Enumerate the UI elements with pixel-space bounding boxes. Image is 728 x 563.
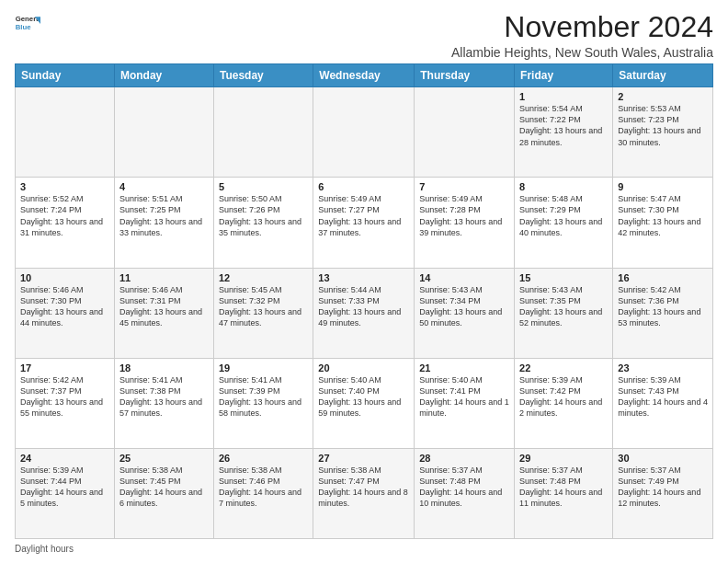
- col-header-friday: Friday: [515, 64, 613, 87]
- day-number: 30: [618, 453, 708, 464]
- day-info: Sunrise: 5:46 AM Sunset: 7:30 PM Dayligh…: [20, 284, 109, 329]
- day-number: 9: [618, 181, 708, 192]
- col-header-tuesday: Tuesday: [213, 64, 313, 87]
- day-info: Sunrise: 5:48 AM Sunset: 7:29 PM Dayligh…: [519, 193, 608, 238]
- day-cell: 19Sunrise: 5:41 AM Sunset: 7:39 PM Dayli…: [213, 358, 313, 448]
- day-info: Sunrise: 5:49 AM Sunset: 7:28 PM Dayligh…: [419, 193, 509, 238]
- day-cell: 29Sunrise: 5:37 AM Sunset: 7:48 PM Dayli…: [515, 448, 613, 538]
- day-number: 20: [318, 362, 409, 373]
- day-cell: [213, 87, 313, 178]
- day-number: 12: [219, 272, 308, 283]
- footer: Daylight hours: [15, 544, 713, 554]
- header-row: SundayMondayTuesdayWednesdayThursdayFrid…: [16, 64, 713, 87]
- day-cell: [16, 87, 115, 178]
- day-cell: 8Sunrise: 5:48 AM Sunset: 7:29 PM Daylig…: [515, 178, 613, 268]
- day-cell: 10Sunrise: 5:46 AM Sunset: 7:30 PM Dayli…: [16, 268, 115, 358]
- day-cell: [415, 87, 515, 178]
- day-cell: 6Sunrise: 5:49 AM Sunset: 7:27 PM Daylig…: [313, 178, 415, 268]
- day-cell: 24Sunrise: 5:39 AM Sunset: 7:44 PM Dayli…: [16, 448, 115, 538]
- page: General Blue November 2024 Allambie Heig…: [0, 0, 728, 563]
- day-cell: 12Sunrise: 5:45 AM Sunset: 7:32 PM Dayli…: [213, 268, 313, 358]
- day-cell: 27Sunrise: 5:38 AM Sunset: 7:47 PM Dayli…: [313, 448, 415, 538]
- day-number: 4: [119, 181, 209, 192]
- day-number: 6: [318, 181, 409, 192]
- day-number: 29: [519, 453, 608, 464]
- day-cell: 15Sunrise: 5:43 AM Sunset: 7:35 PM Dayli…: [515, 268, 613, 358]
- title-block: November 2024 Allambie Heights, New Sout…: [451, 11, 713, 60]
- day-info: Sunrise: 5:50 AM Sunset: 7:26 PM Dayligh…: [219, 193, 308, 238]
- day-cell: 22Sunrise: 5:39 AM Sunset: 7:42 PM Dayli…: [515, 358, 613, 448]
- day-number: 13: [318, 272, 409, 283]
- day-info: Sunrise: 5:40 AM Sunset: 7:41 PM Dayligh…: [419, 374, 509, 419]
- day-info: Sunrise: 5:39 AM Sunset: 7:44 PM Dayligh…: [20, 465, 109, 510]
- day-info: Sunrise: 5:38 AM Sunset: 7:46 PM Dayligh…: [219, 465, 308, 510]
- day-cell: 16Sunrise: 5:42 AM Sunset: 7:36 PM Dayli…: [613, 268, 713, 358]
- day-cell: 14Sunrise: 5:43 AM Sunset: 7:34 PM Dayli…: [415, 268, 515, 358]
- day-cell: 5Sunrise: 5:50 AM Sunset: 7:26 PM Daylig…: [213, 178, 313, 268]
- day-info: Sunrise: 5:41 AM Sunset: 7:39 PM Dayligh…: [219, 374, 308, 419]
- calendar: SundayMondayTuesdayWednesdayThursdayFrid…: [15, 63, 713, 539]
- day-info: Sunrise: 5:43 AM Sunset: 7:34 PM Dayligh…: [419, 284, 509, 329]
- day-cell: 3Sunrise: 5:52 AM Sunset: 7:24 PM Daylig…: [16, 178, 115, 268]
- day-cell: 26Sunrise: 5:38 AM Sunset: 7:46 PM Dayli…: [213, 448, 313, 538]
- svg-text:Blue: Blue: [16, 23, 32, 31]
- day-number: 15: [519, 272, 608, 283]
- day-cell: 28Sunrise: 5:37 AM Sunset: 7:48 PM Dayli…: [415, 448, 515, 538]
- day-number: 18: [119, 362, 209, 373]
- week-row-4: 17Sunrise: 5:42 AM Sunset: 7:37 PM Dayli…: [16, 358, 713, 448]
- day-info: Sunrise: 5:43 AM Sunset: 7:35 PM Dayligh…: [519, 284, 608, 329]
- day-info: Sunrise: 5:41 AM Sunset: 7:38 PM Dayligh…: [119, 374, 209, 419]
- day-cell: [313, 87, 415, 178]
- day-cell: 21Sunrise: 5:40 AM Sunset: 7:41 PM Dayli…: [415, 358, 515, 448]
- day-number: 16: [618, 272, 708, 283]
- day-number: 7: [419, 181, 509, 192]
- header: General Blue November 2024 Allambie Heig…: [15, 11, 713, 60]
- day-number: 8: [519, 181, 608, 192]
- day-number: 23: [618, 362, 708, 373]
- day-number: 27: [318, 453, 409, 464]
- week-row-2: 3Sunrise: 5:52 AM Sunset: 7:24 PM Daylig…: [16, 178, 713, 268]
- day-number: 14: [419, 272, 509, 283]
- col-header-wednesday: Wednesday: [313, 64, 415, 87]
- day-cell: 1Sunrise: 5:54 AM Sunset: 7:22 PM Daylig…: [515, 87, 613, 178]
- week-row-1: 1Sunrise: 5:54 AM Sunset: 7:22 PM Daylig…: [16, 87, 713, 178]
- day-number: 3: [20, 181, 109, 192]
- day-number: 5: [219, 181, 308, 192]
- day-info: Sunrise: 5:39 AM Sunset: 7:42 PM Dayligh…: [519, 374, 608, 419]
- col-header-monday: Monday: [114, 64, 213, 87]
- day-number: 2: [618, 91, 708, 102]
- day-info: Sunrise: 5:38 AM Sunset: 7:45 PM Dayligh…: [119, 465, 209, 510]
- day-cell: 20Sunrise: 5:40 AM Sunset: 7:40 PM Dayli…: [313, 358, 415, 448]
- daylight-label: Daylight hours: [15, 544, 74, 554]
- day-number: 17: [20, 362, 109, 373]
- day-info: Sunrise: 5:44 AM Sunset: 7:33 PM Dayligh…: [318, 284, 409, 329]
- day-number: 26: [219, 453, 308, 464]
- day-info: Sunrise: 5:49 AM Sunset: 7:27 PM Dayligh…: [318, 193, 409, 238]
- col-header-thursday: Thursday: [415, 64, 515, 87]
- subtitle: Allambie Heights, New South Wales, Austr…: [451, 45, 713, 60]
- day-info: Sunrise: 5:37 AM Sunset: 7:49 PM Dayligh…: [618, 465, 708, 510]
- logo-icon: General Blue: [15, 11, 40, 37]
- day-number: 11: [119, 272, 209, 283]
- day-number: 24: [20, 453, 109, 464]
- day-info: Sunrise: 5:51 AM Sunset: 7:25 PM Dayligh…: [119, 193, 209, 238]
- day-cell: 18Sunrise: 5:41 AM Sunset: 7:38 PM Dayli…: [114, 358, 213, 448]
- day-cell: [114, 87, 213, 178]
- week-row-3: 10Sunrise: 5:46 AM Sunset: 7:30 PM Dayli…: [16, 268, 713, 358]
- day-number: 1: [519, 91, 608, 102]
- day-cell: 13Sunrise: 5:44 AM Sunset: 7:33 PM Dayli…: [313, 268, 415, 358]
- col-header-saturday: Saturday: [613, 64, 713, 87]
- day-cell: 4Sunrise: 5:51 AM Sunset: 7:25 PM Daylig…: [114, 178, 213, 268]
- day-cell: 25Sunrise: 5:38 AM Sunset: 7:45 PM Dayli…: [114, 448, 213, 538]
- day-number: 25: [119, 453, 209, 464]
- calendar-table: SundayMondayTuesdayWednesdayThursdayFrid…: [15, 63, 713, 539]
- day-info: Sunrise: 5:38 AM Sunset: 7:47 PM Dayligh…: [318, 465, 409, 510]
- day-number: 21: [419, 362, 509, 373]
- day-info: Sunrise: 5:46 AM Sunset: 7:31 PM Dayligh…: [119, 284, 209, 329]
- day-cell: 11Sunrise: 5:46 AM Sunset: 7:31 PM Dayli…: [114, 268, 213, 358]
- day-number: 19: [219, 362, 308, 373]
- day-number: 22: [519, 362, 608, 373]
- day-cell: 23Sunrise: 5:39 AM Sunset: 7:43 PM Dayli…: [613, 358, 713, 448]
- day-number: 28: [419, 453, 509, 464]
- day-info: Sunrise: 5:37 AM Sunset: 7:48 PM Dayligh…: [519, 465, 608, 510]
